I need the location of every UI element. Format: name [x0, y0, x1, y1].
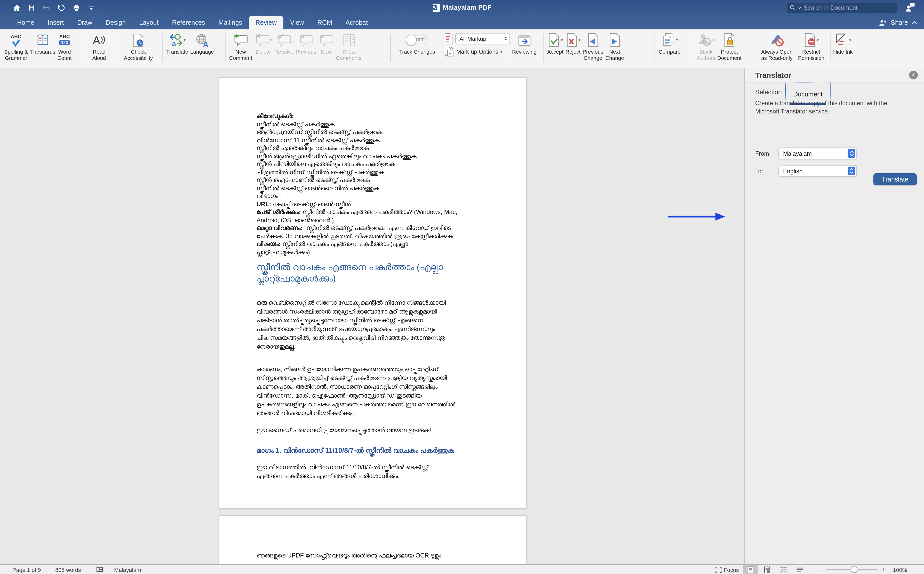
tab-home[interactable]: Home — [10, 16, 41, 29]
markup-display-select[interactable]: All Markup ▲▼ — [455, 33, 510, 44]
translate-action-button[interactable]: Translate — [873, 173, 917, 185]
translator-pane: Translator ✕ Selection Document Create a… — [744, 68, 924, 564]
redo-icon[interactable] — [56, 3, 66, 13]
reject-change-icon — [565, 33, 578, 47]
save-icon[interactable] — [26, 3, 36, 13]
page-2-partial-text: ഞങ്ങളുടെ UPDF സോഫ്റ്റ്‌വെയറും അതിന്റെ ഫല… — [256, 552, 441, 559]
markup-options-button[interactable]: Mark-up Options ▾ — [444, 46, 510, 57]
thesaurus-button[interactable]: Thesaurus — [29, 32, 56, 55]
compare-button[interactable]: ▾ Compare — [658, 32, 682, 55]
word-count-indicator[interactable]: 805 words — [55, 565, 81, 574]
next-change-icon — [609, 33, 621, 47]
view-print-layout-button[interactable] — [743, 565, 758, 574]
view-outline-button[interactable] — [776, 565, 791, 574]
zoom-slider-thumb[interactable] — [851, 566, 858, 573]
block-authors-icon — [698, 33, 712, 47]
word-count-button[interactable]: ABC123 Word Count — [56, 32, 73, 61]
collapse-ribbon-chevron-icon[interactable] — [911, 20, 918, 25]
thesaurus-book-icon — [36, 33, 49, 47]
zoom-slider[interactable] — [826, 569, 878, 570]
to-language-value: English — [779, 168, 848, 174]
language-indicator[interactable]: Malayalam — [114, 565, 141, 574]
previous-comment-button: Previous — [294, 32, 317, 55]
document-title: Malayalam PDF — [443, 4, 492, 11]
view-draft-button[interactable] — [793, 565, 807, 574]
markup-options-caret-icon: ▾ — [500, 49, 503, 54]
track-changes-switch[interactable]: OFF — [406, 35, 429, 46]
feedback-person-icon[interactable] — [904, 2, 916, 15]
word-count-icon: ABC123 — [57, 33, 72, 47]
block-authors-button: ▾ Block Authors — [696, 32, 716, 61]
protect-document-button[interactable]: Protect Document — [716, 32, 742, 61]
search-input[interactable] — [803, 4, 894, 11]
resolve-comment-icon — [276, 33, 292, 47]
reject-change-button[interactable]: ▾ Reject — [565, 32, 582, 55]
home-icon[interactable] — [11, 3, 22, 13]
next-change-button[interactable]: Next Change — [604, 32, 625, 61]
tab-mailings[interactable]: Mailings — [212, 16, 249, 29]
print-icon[interactable] — [71, 3, 82, 13]
restrict-permission-button[interactable]: ▾ Restrict Permission — [797, 32, 825, 61]
next-comment-icon — [318, 33, 334, 47]
customize-quick-access-icon[interactable] — [86, 3, 97, 13]
tab-view[interactable]: View — [283, 16, 311, 29]
to-language-select[interactable]: English — [778, 165, 857, 177]
view-web-layout-button[interactable] — [760, 565, 774, 574]
markup-document-icon — [444, 33, 453, 44]
tab-draw[interactable]: Draw — [70, 16, 99, 29]
tab-review[interactable]: Review — [249, 16, 283, 29]
check-accessibility-icon — [131, 33, 145, 47]
always-open-read-only-button[interactable]: Always Open as Read-only — [757, 32, 797, 61]
tab-design[interactable]: Design — [99, 16, 133, 29]
paragraph-3: ഈ ഗൈഡ് പരമാവധി പ്രയോജനപ്പെടുത്താൻ വായന ത… — [256, 426, 485, 435]
markup-options-label: Mark-up Options — [456, 49, 498, 55]
page-indicator[interactable]: Page 1 of 9 — [13, 565, 41, 574]
check-accessibility-button[interactable]: Check Accessibility — [123, 32, 154, 61]
ribbon-tab-row: Home Insert Draw Design Layout Reference… — [0, 16, 924, 29]
tab-document-label: Document — [793, 91, 823, 98]
status-bar: Page 1 of 9 805 words Malayalam Focus — [0, 564, 924, 574]
tab-selection[interactable]: Selection — [755, 89, 782, 96]
language-button[interactable]: A Language — [189, 32, 215, 55]
page-title-label: പേജ് ശീർഷകം: — [256, 208, 301, 216]
from-language-select[interactable]: Malayalam — [778, 148, 857, 159]
close-icon[interactable]: ✕ — [909, 71, 918, 79]
new-comment-button[interactable]: New Comment — [228, 32, 253, 61]
tab-rcm[interactable]: RCM — [311, 16, 339, 29]
paragraph-2: കാരണം, നിങ്ങൾ ഉപയോഗിക്കുന്ന ഉപകരണത്തെയും… — [256, 365, 485, 418]
document-page-1[interactable]: കീവേഡുകൾ: സ്ക്രീനിൽ ടെക്സ്റ്റ് പകർത്തുക … — [219, 77, 527, 508]
proofing-status-icon[interactable] — [96, 565, 103, 574]
track-changes-toggle[interactable]: OFF Track Changes — [396, 32, 439, 55]
markup-display-value: All Markup — [456, 36, 504, 42]
document-page-2[interactable]: ഞങ്ങളുടെ UPDF സോഫ്റ്റ്‌വെയറും അതിന്റെ ഫല… — [219, 515, 527, 564]
zoom-out-button[interactable]: − — [818, 566, 822, 574]
zoom-level[interactable]: 100% — [893, 566, 907, 573]
document-canvas[interactable]: കീവേഡുകൾ: സ്ക്രീനിൽ ടെക്സ്റ്റ് പകർത്തുക … — [0, 68, 744, 564]
reviewing-pane-button[interactable]: Reviewing — [511, 32, 538, 55]
previous-change-button[interactable]: Previous Change — [582, 32, 604, 61]
tab-acrobat[interactable]: Acrobat — [339, 16, 375, 29]
tab-references[interactable]: References — [165, 16, 212, 29]
tab-layout[interactable]: Layout — [132, 16, 165, 29]
share-label: Share — [891, 19, 908, 26]
restrict-caret-icon: ▾ — [816, 38, 819, 42]
translate-button[interactable]: a ▾ Translate — [165, 32, 189, 55]
page-title-line: പേജ് ശീർഷകം: സ്ക്രീനിൽ വാചകം എങ്ങനെ പകർത… — [256, 208, 485, 224]
search-box[interactable] — [787, 3, 897, 13]
accept-change-button[interactable]: ▾ Accept — [546, 32, 565, 55]
tab-insert[interactable]: Insert — [41, 16, 71, 29]
share-button[interactable]: Share — [878, 16, 918, 29]
spelling-grammar-button[interactable]: ABC Spelling & Grammar — [3, 32, 29, 61]
window-titlebar: W Malayalam PDF — [0, 0, 924, 16]
read-aloud-button[interactable]: A Read Aloud — [91, 32, 108, 61]
subject-label: വിഷയം: — [256, 240, 281, 248]
language-globe-icon: A — [195, 33, 209, 47]
read-aloud-icon: A — [92, 33, 106, 47]
to-label: To: — [755, 168, 778, 174]
focus-button[interactable]: Focus — [715, 565, 739, 574]
paragraph-4: ഈ വിഭാഗത്തിൽ, വിൻഡോസ് 11/10/8/7-ൽ സ്ക്രീ… — [256, 463, 485, 481]
hide-ink-button[interactable]: ▾ Hide Ink — [832, 32, 854, 55]
zoom-in-button[interactable]: + — [882, 566, 886, 574]
svg-text:A: A — [93, 34, 100, 46]
subject-line: വിഷയം: സ്ക്രീനിൽ വാചകം എങ്ങനെ പകർത്താം (… — [256, 240, 485, 256]
